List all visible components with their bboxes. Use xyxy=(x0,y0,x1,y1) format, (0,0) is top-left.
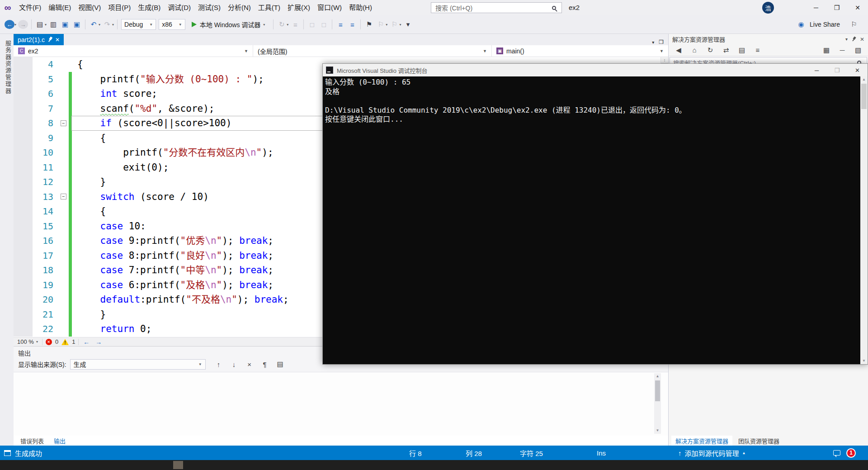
document-list-caret-icon[interactable]: ▾ xyxy=(652,40,654,45)
word-wrap-icon[interactable]: ¶ xyxy=(260,359,270,369)
dropdown-caret-icon[interactable]: ▾ xyxy=(386,23,387,27)
breakpoint-margin[interactable] xyxy=(14,278,33,293)
scrollbar-thumb[interactable] xyxy=(655,380,660,401)
debug-console-window[interactable]: Microsoft Visual Studio 调试控制台 ─ ❒ ✕ 输入分数… xyxy=(322,63,868,365)
scroll-down-icon[interactable]: ▼ xyxy=(654,427,661,434)
feedback-icon[interactable]: ⚐ xyxy=(849,19,859,29)
member-dropdown[interactable]: ▣ main() ▼ xyxy=(492,45,668,57)
menu-item[interactable]: 工具(T) xyxy=(255,0,284,15)
panel-tab-团队资源管理器[interactable]: 团队资源管理器 xyxy=(734,436,783,446)
start-debugging-button[interactable]: 本地 Windows 调试器 ▾ xyxy=(189,18,269,31)
close-icon[interactable]: ✕ xyxy=(847,64,868,76)
menu-item[interactable]: 窗口(W) xyxy=(314,0,345,15)
output-scrollbar[interactable]: ▲ ▼ xyxy=(654,373,661,434)
output-source-dropdown[interactable]: 生成 ▼ xyxy=(70,359,206,370)
platform-dropdown[interactable]: x86 ▼ xyxy=(159,19,185,30)
menu-item[interactable]: 视图(V) xyxy=(75,0,104,15)
navigate-forward-icon[interactable]: → xyxy=(18,20,28,29)
dropdown-caret-icon[interactable]: ▾ xyxy=(287,23,288,27)
breakpoint-margin[interactable] xyxy=(14,292,33,307)
scrollbar-thumb[interactable] xyxy=(861,84,867,109)
goto-previous-message-icon[interactable]: ↑ xyxy=(214,359,224,369)
breakpoint-margin[interactable] xyxy=(14,131,33,146)
user-avatar[interactable]: 浩 xyxy=(762,2,774,14)
scroll-down-icon[interactable]: ▼ xyxy=(860,358,868,364)
decrease-indent-icon[interactable]: ≡ xyxy=(335,19,345,29)
show-all-files-icon[interactable]: ▦ xyxy=(821,45,831,55)
document-tab[interactable]: part2(1).c ✕ xyxy=(14,34,64,45)
panel-tab-解决方案资源管理器[interactable]: 解决方案资源管理器 xyxy=(671,436,732,446)
console-scrollbar[interactable]: ▲ ▼ xyxy=(860,76,868,364)
cursor-character-indicator[interactable]: 字符 25 xyxy=(520,446,543,460)
cursor-line-indicator[interactable]: 行 8 xyxy=(409,446,422,460)
undo-icon[interactable]: ↶ xyxy=(89,19,99,29)
fold-toggle-icon[interactable]: − xyxy=(61,120,66,126)
breakpoint-margin[interactable] xyxy=(14,160,33,175)
dropdown-caret-icon[interactable]: ▾ xyxy=(14,23,16,27)
dropdown-caret-icon[interactable]: ▾ xyxy=(399,23,401,27)
navigate-back-icon[interactable]: ← xyxy=(5,20,14,29)
breakpoint-margin[interactable] xyxy=(14,263,33,278)
quick-search-box[interactable]: 搜索 (Ctrl+Q) xyxy=(431,2,562,13)
panel-tab-错误列表[interactable]: 错误列表 xyxy=(16,436,48,446)
notifications-button[interactable]: 1 xyxy=(846,446,856,460)
output-content[interactable]: ▲ ▼ xyxy=(14,372,668,436)
pin-icon[interactable] xyxy=(47,36,53,43)
breakpoints-window-icon[interactable]: □ xyxy=(307,19,317,29)
increase-indent-icon[interactable]: ≡ xyxy=(347,19,357,29)
immediate-window-icon[interactable]: □ xyxy=(319,19,329,29)
refresh-icon[interactable]: ↻ xyxy=(705,45,715,55)
list-members-icon[interactable]: ≡ xyxy=(290,19,300,29)
warning-count[interactable]: 1 xyxy=(72,338,75,345)
project-dropdown[interactable]: C ex2 ▼ xyxy=(14,45,253,57)
console-titlebar[interactable]: Microsoft Visual Studio 调试控制台 ─ ❒ ✕ xyxy=(323,64,868,76)
breakpoint-margin[interactable] xyxy=(14,248,33,263)
insert-mode-indicator[interactable]: Ins xyxy=(597,446,606,460)
scope-dropdown[interactable]: (全局范围) ▼ xyxy=(253,45,492,57)
minimize-icon[interactable]: ─ xyxy=(806,0,826,15)
menu-item[interactable]: 编辑(E) xyxy=(45,0,75,15)
breakpoint-margin[interactable] xyxy=(14,204,33,219)
maximize-icon[interactable]: ❒ xyxy=(826,0,847,15)
open-file-icon[interactable]: ▥ xyxy=(48,19,58,29)
zoom-level-dropdown[interactable]: 100 % xyxy=(17,338,34,345)
next-bookmark-icon[interactable]: ⚐ xyxy=(389,19,399,29)
scroll-up-icon[interactable]: ▲ xyxy=(860,76,868,83)
split-editor-grip-icon[interactable]: ↕ xyxy=(661,57,668,63)
save-all-icon[interactable]: ▣ xyxy=(72,19,82,29)
console-body[interactable]: 输入分数 (0~100) : 65及格 D:\Visual Studio Com… xyxy=(323,76,860,364)
breakpoint-margin[interactable] xyxy=(14,86,33,101)
float-window-icon[interactable]: ❒ xyxy=(659,39,664,45)
cursor-column-indicator[interactable]: 列 28 xyxy=(466,446,482,460)
menu-item[interactable]: 生成(B) xyxy=(134,0,164,15)
fold-toggle-icon[interactable]: − xyxy=(61,194,66,199)
dropdown-caret-icon[interactable]: ▾ xyxy=(45,23,47,27)
breakpoint-margin[interactable] xyxy=(14,116,33,131)
se-back-icon[interactable]: ◀ xyxy=(674,45,684,55)
scroll-up-icon[interactable]: ▲ xyxy=(654,373,661,380)
switch-views-icon[interactable]: ⇄ xyxy=(721,45,731,55)
menu-item[interactable]: 帮助(H) xyxy=(345,0,376,15)
new-project-icon[interactable]: ▤ xyxy=(35,19,45,29)
breakpoint-margin[interactable] xyxy=(14,175,33,190)
hot-reload-icon[interactable]: ↻ xyxy=(277,19,287,29)
add-to-source-control-button[interactable]: ↑ 添加到源代码管理 ▲ xyxy=(678,446,745,460)
toolbar-overflow-icon[interactable]: ▾ xyxy=(403,19,413,29)
dropdown-caret-icon[interactable]: ▾ xyxy=(99,23,100,27)
configuration-dropdown[interactable]: Debug ▼ xyxy=(121,19,156,30)
error-count[interactable]: 0 xyxy=(55,338,58,345)
menu-item[interactable]: 分析(N) xyxy=(224,0,255,15)
breakpoint-margin[interactable] xyxy=(14,219,33,234)
pending-changes-filter-icon[interactable]: ▤ xyxy=(737,45,747,55)
breakpoint-margin[interactable] xyxy=(14,322,33,337)
breakpoint-margin[interactable] xyxy=(14,233,33,248)
toggle-output-window-icon[interactable]: ▤ xyxy=(275,359,285,369)
clear-all-output-icon[interactable]: × xyxy=(245,359,255,369)
feedback-button[interactable] xyxy=(833,446,840,460)
panel-tab-输出[interactable]: 输出 xyxy=(50,436,70,446)
previous-bookmark-icon[interactable]: ⚐ xyxy=(376,19,386,29)
redo-icon[interactable]: ↷ xyxy=(102,19,112,29)
breakpoint-margin[interactable] xyxy=(14,145,33,160)
breakpoint-margin[interactable] xyxy=(14,57,33,72)
breakpoint-margin[interactable] xyxy=(14,307,33,322)
